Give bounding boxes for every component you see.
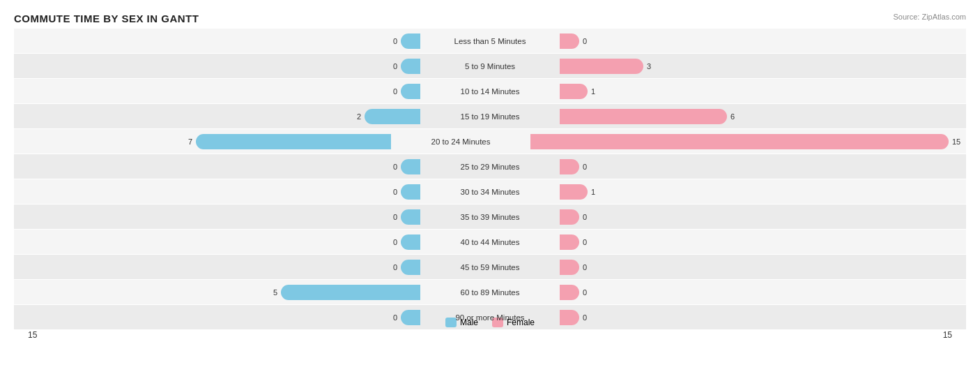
female-bar [560, 59, 643, 74]
right-bar-container: 0 [560, 260, 966, 275]
left-bar-container: 0 [14, 59, 420, 74]
male-value: 0 [383, 163, 397, 171]
left-bar-container: 0 [14, 234, 420, 250]
bar-row: 2 15 to 19 Minutes 6 [14, 104, 966, 128]
row-label: 45 to 59 Minutes [420, 263, 560, 271]
male-value: 0 [383, 213, 397, 221]
male-value: 7 [178, 137, 192, 146]
female-bar [560, 209, 579, 225]
right-bar-container: 15 [530, 134, 966, 149]
male-bar [401, 33, 420, 49]
male-bar [401, 159, 420, 174]
female-value: 0 [583, 213, 597, 221]
row-label: 60 to 89 Minutes [420, 288, 560, 297]
left-bar-container: 5 [14, 285, 420, 300]
female-value: 6 [730, 112, 744, 121]
female-bar [560, 84, 588, 99]
female-bar [560, 184, 588, 200]
male-value: 0 [383, 263, 397, 271]
row-label: 20 to 24 Minutes [391, 137, 530, 146]
male-value: 0 [383, 62, 397, 70]
row-label: 10 to 14 Minutes [420, 87, 560, 96]
female-bar [530, 134, 949, 149]
right-bar-container: 6 [560, 109, 966, 124]
female-bar [560, 159, 579, 174]
female-bar [560, 234, 579, 250]
male-bar [401, 234, 420, 250]
row-label: 35 to 39 Minutes [420, 213, 560, 221]
bar-row: 0 40 to 44 Minutes 0 [14, 230, 966, 254]
bar-row: 0 10 to 14 Minutes 1 [14, 79, 966, 103]
bar-row: 0 5 to 9 Minutes 3 [14, 54, 966, 78]
left-bar-container: 0 [14, 33, 420, 49]
male-bar [365, 109, 420, 124]
female-value: 15 [952, 137, 966, 146]
row-label: 25 to 29 Minutes [420, 163, 560, 171]
bar-row: 7 20 to 24 Minutes 15 [14, 129, 966, 154]
left-bar-container: 0 [14, 84, 420, 99]
row-label: Less than 5 Minutes [420, 37, 560, 45]
left-bar-container: 0 [14, 209, 420, 225]
right-bar-container: 0 [560, 209, 966, 225]
row-label: 40 to 44 Minutes [420, 238, 560, 246]
axis-left: 15 [28, 330, 37, 340]
left-bar-container: 0 [14, 260, 420, 275]
row-label: 15 to 19 Minutes [420, 112, 560, 121]
male-bar [401, 209, 420, 225]
bar-row: 5 60 to 89 Minutes 0 [14, 280, 966, 304]
left-bar-container: 0 [14, 184, 420, 200]
female-value: 3 [647, 62, 661, 70]
bar-row: 0 45 to 59 Minutes 0 [14, 255, 966, 279]
row-label: 30 to 34 Minutes [420, 188, 560, 196]
right-bar-container: 0 [560, 33, 966, 49]
bar-row: 0 35 to 39 Minutes 0 [14, 204, 966, 229]
left-bar-container: 0 [14, 159, 420, 174]
male-value: 0 [383, 37, 397, 45]
right-bar-container: 1 [560, 184, 966, 200]
chart-container: COMMUTE TIME BY SEX IN GANTT Source: Zip… [0, 0, 980, 365]
row-label: 5 to 9 Minutes [420, 62, 560, 70]
male-value: 0 [383, 188, 397, 196]
female-bar [560, 285, 579, 300]
right-bar-container: 1 [560, 84, 966, 99]
right-bar-container: 0 [560, 234, 966, 250]
chart-area: 0 Less than 5 Minutes 0 0 5 to 9 Minutes… [14, 29, 966, 315]
right-bar-container: 3 [560, 59, 966, 74]
right-bar-container: 0 [560, 159, 966, 174]
chart-title: COMMUTE TIME BY SEX IN GANTT [14, 13, 966, 24]
source-text: Source: ZipAtlas.com [893, 13, 966, 21]
male-bar [401, 184, 420, 200]
male-bar [196, 134, 391, 149]
bar-row: 0 Less than 5 Minutes 0 [14, 29, 966, 53]
female-value: 0 [583, 163, 597, 171]
bar-row: 0 30 to 34 Minutes 1 [14, 179, 966, 204]
bar-row: 0 25 to 29 Minutes 0 [14, 154, 966, 179]
male-value: 0 [383, 238, 397, 246]
male-bar [401, 84, 420, 99]
male-bar [281, 285, 420, 300]
female-value: 0 [583, 37, 597, 45]
female-bar [560, 33, 579, 49]
male-bar [401, 260, 420, 275]
female-value: 0 [583, 263, 597, 271]
left-bar-container: 7 [14, 134, 391, 149]
right-bar-container: 0 [560, 285, 966, 300]
male-value: 0 [383, 87, 397, 96]
female-value: 1 [591, 188, 605, 196]
female-value: 1 [591, 87, 605, 96]
female-bar [560, 260, 579, 275]
left-bar-container: 2 [14, 109, 420, 124]
female-bar [560, 109, 727, 124]
row-label: 90 or more Minutes [420, 313, 560, 322]
male-value: 5 [263, 288, 277, 297]
male-bar [401, 59, 420, 74]
female-value: 0 [583, 288, 597, 297]
female-value: 0 [583, 238, 597, 246]
male-value: 2 [347, 112, 361, 121]
axis-right: 15 [943, 330, 952, 340]
